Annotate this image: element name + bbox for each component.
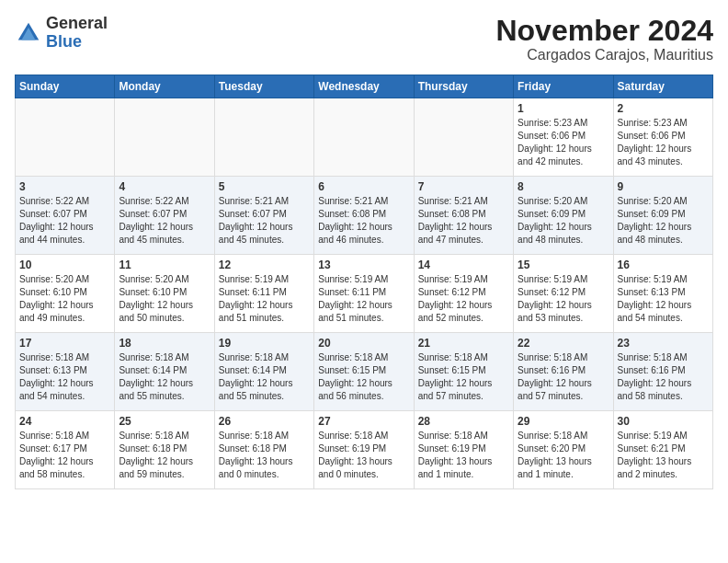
day-number: 6 [318,180,409,193]
day-info: Sunrise: 5:20 AM Sunset: 6:09 PM Dayligh… [618,195,709,247]
calendar-cell: 1Sunrise: 5:23 AM Sunset: 6:06 PM Daylig… [514,98,613,177]
calendar-week-3: 10Sunrise: 5:20 AM Sunset: 6:10 PM Dayli… [16,255,713,333]
calendar-cell: 7Sunrise: 5:21 AM Sunset: 6:08 PM Daylig… [414,177,513,255]
title-block: November 2024 Cargados Carajos, Mauritiu… [495,15,713,63]
day-info: Sunrise: 5:19 AM Sunset: 6:21 PM Dayligh… [618,430,709,481]
col-tuesday: Tuesday [214,75,313,98]
day-info: Sunrise: 5:20 AM Sunset: 6:10 PM Dayligh… [19,273,110,325]
day-info: Sunrise: 5:19 AM Sunset: 6:12 PM Dayligh… [418,273,509,325]
day-number: 7 [418,180,509,193]
calendar-cell: 28Sunrise: 5:18 AM Sunset: 6:19 PM Dayli… [414,411,513,489]
day-info: Sunrise: 5:18 AM Sunset: 6:19 PM Dayligh… [418,430,509,481]
day-number: 13 [318,259,409,271]
day-number: 30 [618,415,709,428]
calendar-cell: 14Sunrise: 5:19 AM Sunset: 6:12 PM Dayli… [414,255,513,333]
day-number: 18 [119,337,210,350]
calendar-cell: 10Sunrise: 5:20 AM Sunset: 6:10 PM Dayli… [16,255,115,333]
day-info: Sunrise: 5:21 AM Sunset: 6:08 PM Dayligh… [318,195,409,247]
calendar-week-5: 24Sunrise: 5:18 AM Sunset: 6:17 PM Dayli… [16,411,713,489]
day-info: Sunrise: 5:19 AM Sunset: 6:12 PM Dayligh… [518,273,609,325]
calendar-cell [414,98,513,177]
day-number: 2 [618,102,709,115]
day-info: Sunrise: 5:18 AM Sunset: 6:14 PM Dayligh… [119,351,210,403]
day-info: Sunrise: 5:23 AM Sunset: 6:06 PM Dayligh… [518,117,609,168]
logo-general: General [46,14,108,32]
day-number: 29 [518,415,609,428]
calendar-cell: 17Sunrise: 5:18 AM Sunset: 6:13 PM Dayli… [16,333,115,411]
logo-text: General Blue [46,15,108,52]
calendar-cell: 23Sunrise: 5:18 AM Sunset: 6:16 PM Dayli… [613,333,712,411]
calendar-cell: 26Sunrise: 5:18 AM Sunset: 6:18 PM Dayli… [214,411,313,489]
day-number: 25 [119,415,210,428]
day-info: Sunrise: 5:20 AM Sunset: 6:09 PM Dayligh… [518,195,609,247]
calendar-cell: 13Sunrise: 5:19 AM Sunset: 6:11 PM Dayli… [314,255,414,333]
calendar-cell: 6Sunrise: 5:21 AM Sunset: 6:08 PM Daylig… [314,177,414,255]
day-number: 8 [518,180,609,193]
calendar-cell: 16Sunrise: 5:19 AM Sunset: 6:13 PM Dayli… [613,255,712,333]
day-number: 20 [318,337,409,350]
day-number: 21 [418,337,509,350]
calendar-cell: 9Sunrise: 5:20 AM Sunset: 6:09 PM Daylig… [613,177,712,255]
calendar-cell: 2Sunrise: 5:23 AM Sunset: 6:06 PM Daylig… [613,98,712,177]
day-info: Sunrise: 5:18 AM Sunset: 6:18 PM Dayligh… [119,430,210,481]
day-info: Sunrise: 5:21 AM Sunset: 6:08 PM Dayligh… [418,195,509,247]
calendar-week-2: 3Sunrise: 5:22 AM Sunset: 6:07 PM Daylig… [16,177,713,255]
calendar-cell [214,98,313,177]
calendar-cell: 27Sunrise: 5:18 AM Sunset: 6:19 PM Dayli… [314,411,414,489]
calendar-cell: 25Sunrise: 5:18 AM Sunset: 6:18 PM Dayli… [115,411,214,489]
calendar-cell: 3Sunrise: 5:22 AM Sunset: 6:07 PM Daylig… [16,177,115,255]
logo-icon [15,19,42,47]
col-monday: Monday [115,75,214,98]
day-info: Sunrise: 5:18 AM Sunset: 6:13 PM Dayligh… [19,351,110,403]
col-saturday: Saturday [613,75,712,98]
calendar-cell: 29Sunrise: 5:18 AM Sunset: 6:20 PM Dayli… [514,411,613,489]
day-number: 26 [219,415,310,428]
calendar-cell: 22Sunrise: 5:18 AM Sunset: 6:16 PM Dayli… [514,333,613,411]
calendar-cell: 12Sunrise: 5:19 AM Sunset: 6:11 PM Dayli… [214,255,313,333]
day-number: 11 [119,259,210,271]
day-info: Sunrise: 5:18 AM Sunset: 6:15 PM Dayligh… [318,351,409,403]
day-number: 14 [418,259,509,271]
calendar-cell [314,98,414,177]
col-thursday: Thursday [414,75,513,98]
calendar-cell: 24Sunrise: 5:18 AM Sunset: 6:17 PM Dayli… [16,411,115,489]
header-row: Sunday Monday Tuesday Wednesday Thursday… [16,75,713,98]
day-info: Sunrise: 5:18 AM Sunset: 6:14 PM Dayligh… [219,351,310,403]
calendar-cell: 19Sunrise: 5:18 AM Sunset: 6:14 PM Dayli… [214,333,313,411]
day-number: 10 [19,259,110,271]
calendar-cell: 30Sunrise: 5:19 AM Sunset: 6:21 PM Dayli… [613,411,712,489]
day-number: 23 [618,337,709,350]
calendar-subtitle: Cargados Carajos, Mauritius [495,47,713,63]
day-number: 28 [418,415,509,428]
calendar-cell: 8Sunrise: 5:20 AM Sunset: 6:09 PM Daylig… [514,177,613,255]
calendar-cell: 18Sunrise: 5:18 AM Sunset: 6:14 PM Dayli… [115,333,214,411]
col-sunday: Sunday [16,75,115,98]
calendar-week-4: 17Sunrise: 5:18 AM Sunset: 6:13 PM Dayli… [16,333,713,411]
day-info: Sunrise: 5:18 AM Sunset: 6:20 PM Dayligh… [518,430,609,481]
day-number: 1 [518,102,609,115]
day-info: Sunrise: 5:18 AM Sunset: 6:16 PM Dayligh… [618,351,709,403]
calendar-week-1: 1Sunrise: 5:23 AM Sunset: 6:06 PM Daylig… [16,98,713,177]
day-number: 22 [518,337,609,350]
day-info: Sunrise: 5:19 AM Sunset: 6:11 PM Dayligh… [318,273,409,325]
day-number: 17 [19,337,110,350]
day-info: Sunrise: 5:22 AM Sunset: 6:07 PM Dayligh… [19,195,110,247]
day-number: 9 [618,180,709,193]
calendar-cell: 4Sunrise: 5:22 AM Sunset: 6:07 PM Daylig… [115,177,214,255]
calendar-cell: 20Sunrise: 5:18 AM Sunset: 6:15 PM Dayli… [314,333,414,411]
calendar-cell [115,98,214,177]
calendar-title: November 2024 [495,15,713,47]
day-number: 4 [119,180,210,193]
col-wednesday: Wednesday [314,75,414,98]
day-info: Sunrise: 5:18 AM Sunset: 6:15 PM Dayligh… [418,351,509,403]
day-number: 16 [618,259,709,271]
day-number: 5 [219,180,310,193]
day-number: 15 [518,259,609,271]
logo-blue: Blue [46,32,82,51]
calendar-table: Sunday Monday Tuesday Wednesday Thursday… [15,75,713,489]
calendar-cell: 21Sunrise: 5:18 AM Sunset: 6:15 PM Dayli… [414,333,513,411]
day-info: Sunrise: 5:18 AM Sunset: 6:17 PM Dayligh… [19,430,110,481]
day-info: Sunrise: 5:20 AM Sunset: 6:10 PM Dayligh… [119,273,210,325]
calendar-cell: 15Sunrise: 5:19 AM Sunset: 6:12 PM Dayli… [514,255,613,333]
day-info: Sunrise: 5:19 AM Sunset: 6:11 PM Dayligh… [219,273,310,325]
